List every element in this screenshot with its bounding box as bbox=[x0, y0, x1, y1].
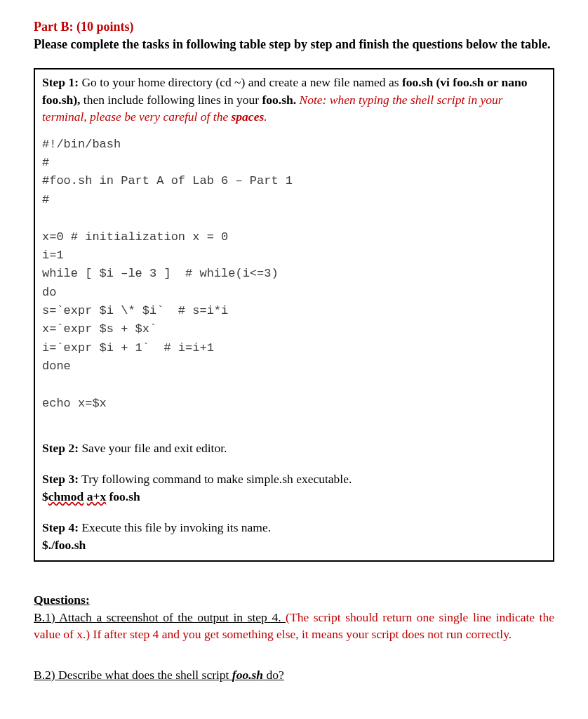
step-4-command: $./foo.sh bbox=[42, 536, 546, 554]
question-b2: B.2) Describe what does the shell script… bbox=[34, 666, 554, 683]
questions-section: Questions: B.1) Attach a screenshot of t… bbox=[34, 591, 554, 683]
step-3-cmd-atx: a+x bbox=[87, 489, 106, 503]
instruction-text: Please complete the tasks in following t… bbox=[34, 36, 554, 53]
step-3-cmd-chmod: chmod bbox=[48, 489, 84, 503]
questions-heading: Questions: bbox=[34, 591, 90, 608]
step-3-cmd-prefix: $ bbox=[42, 489, 48, 503]
question-b2-bold: foo.sh bbox=[232, 668, 263, 682]
step-4-text: Execute this file by invoking its name. bbox=[79, 520, 271, 534]
step-1-text-2: then include following lines in your bbox=[80, 93, 262, 107]
step-3-text: Try following command to make simple.sh … bbox=[79, 472, 352, 486]
part-title: Part B: (10 points) bbox=[34, 20, 554, 34]
step-4: Step 4: Execute this file by invoking it… bbox=[42, 519, 546, 536]
step-4-label: Step 4: bbox=[42, 520, 79, 534]
document-page: Part B: (10 points) Please complete the … bbox=[0, 0, 588, 697]
step-3: Step 3: Try following command to make si… bbox=[42, 470, 546, 488]
step-3-cmd-file: foo.sh bbox=[106, 489, 140, 503]
shell-script-code: #!/bin/bash # #foo.sh in Part A of Lab 6… bbox=[42, 136, 546, 413]
question-b2-text-2: do? bbox=[263, 668, 284, 682]
step-3-command: $chmod a+x foo.sh bbox=[42, 488, 546, 506]
step-2-text: Save your file and exit editor. bbox=[79, 441, 227, 455]
step-3-label: Step 3: bbox=[42, 472, 79, 486]
step-1-note-bold: spaces bbox=[232, 110, 265, 124]
step-2: Step 2: Save your file and exit editor. bbox=[42, 440, 546, 457]
step-1-text-1: Go to your home directory (cd ~) and cre… bbox=[79, 75, 402, 89]
question-b1-underline: B.1) Attach a screenshot of the output i… bbox=[34, 610, 286, 624]
steps-box: Step 1: Go to your home directory (cd ~)… bbox=[34, 68, 554, 562]
step-1-note-end: . bbox=[264, 110, 267, 124]
step-2-label: Step 2: bbox=[42, 441, 79, 455]
step-1: Step 1: Go to your home directory (cd ~)… bbox=[42, 74, 546, 126]
question-b2-text-1: B.2) Describe what does the shell script bbox=[34, 668, 232, 682]
question-b1: B.1) Attach a screenshot of the output i… bbox=[34, 609, 554, 642]
step-1-label: Step 1: bbox=[42, 75, 79, 89]
step-1-bold-2: foo.sh. bbox=[262, 93, 297, 107]
